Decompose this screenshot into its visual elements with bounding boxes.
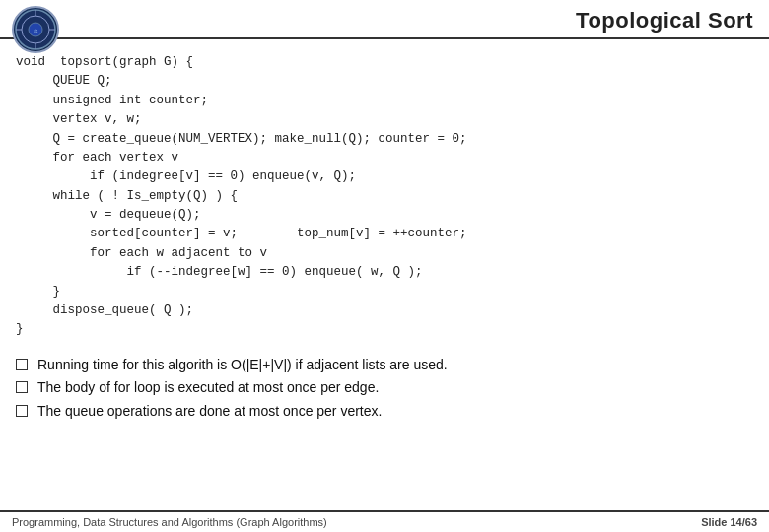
bullet-item-1: Running time for this algorith is O(|E|+…: [16, 356, 753, 375]
code-line-12: if (--indegree[w] == 0) enqueue( w, Q );: [16, 265, 423, 279]
footer: Programming, Data Structures and Algorit…: [0, 510, 769, 532]
code-block: void topsort(graph G) { QUEUE Q; unsigne…: [16, 53, 753, 340]
code-line-5: Q = create_queue(NUM_VERTEX); make_null(…: [16, 132, 467, 146]
logo: ⚖: [12, 6, 59, 53]
footer-slide-number: Slide 14/63: [701, 516, 757, 528]
bullet-section: Running time for this algorith is O(|E|+…: [0, 350, 769, 430]
code-line-14: dispose_queue( Q );: [16, 303, 193, 317]
code-line-3: unsigned int counter;: [16, 94, 208, 107]
bullet-item-3: The queue operations are done at most on…: [16, 402, 753, 422]
bullet-icon-2: [16, 381, 28, 393]
bullet-item-2: The body of for loop is executed at most…: [16, 378, 753, 398]
logo-circle: ⚖: [12, 6, 59, 53]
code-section: void topsort(graph G) { QUEUE Q; unsigne…: [0, 39, 769, 350]
footer-course-name: Programming, Data Structures and Algorit…: [12, 516, 327, 528]
code-line-11: for each w adjacent to v: [16, 246, 267, 260]
code-line-4: vertex v, w;: [16, 112, 142, 126]
bullet-text-3: The queue operations are done at most on…: [37, 402, 382, 422]
bullet-text-2: The body of for loop is executed at most…: [37, 378, 379, 398]
code-line-9: v = dequeue(Q);: [16, 208, 201, 222]
code-line-2: QUEUE Q;: [16, 74, 112, 88]
code-line-10: sorted[counter] = v; top_num[v] = ++coun…: [16, 227, 467, 240]
bullet-icon-3: [16, 405, 28, 417]
code-line-7: if (indegree[v] == 0) enqueue(v, Q);: [16, 169, 356, 183]
header: Topological Sort: [0, 0, 769, 39]
code-line-6: for each vertex v: [16, 151, 178, 165]
bullet-icon-1: [16, 359, 28, 370]
code-line-13: }: [16, 285, 60, 299]
page-title: Topological Sort: [576, 8, 753, 33]
bullet-text-1: Running time for this algorith is O(|E|+…: [37, 356, 448, 375]
code-line-8: while ( ! Is_empty(Q) ) {: [16, 189, 238, 203]
code-line-1: void topsort(graph G) {: [16, 55, 193, 69]
code-line-15: }: [16, 322, 24, 336]
